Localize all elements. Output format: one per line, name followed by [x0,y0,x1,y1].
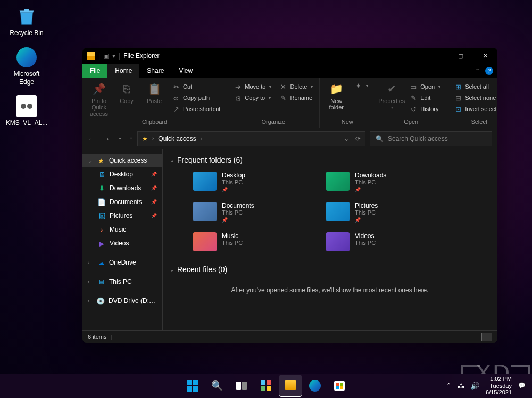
sidebar-onedrive[interactable]: ›☁OneDrive [82,256,162,269]
group-select-label: Select [451,118,497,126]
copy-path-button[interactable]: ∞Copy path [169,92,223,103]
file-explorer-taskbar-button[interactable] [279,375,302,397]
folder-icon [193,202,217,221]
search-icon: 🔍 [376,135,384,142]
properties-icon: ✔ [384,81,400,96]
view-details-button[interactable] [468,333,478,341]
open-button[interactable]: ▭Open▾ [406,81,444,92]
system-tray[interactable]: 🖧 🔊 [458,382,479,390]
copyto-icon: ⎘ [234,94,242,102]
sidebar-pictures[interactable]: 🖼Pictures📌 [82,209,162,223]
folder-videos[interactable]: Videos This PC [324,230,441,253]
desktop-icon-kms[interactable]: KMS_VL_AL... [6,95,47,126]
folder-downloads[interactable]: Downloads This PC 📌 [324,170,441,194]
task-view-button[interactable] [230,375,253,397]
nav-recent-button[interactable]: ⌄ [118,134,122,143]
start-button[interactable] [181,375,204,397]
volume-icon[interactable]: 🔊 [470,382,479,390]
folder-location: This PC [222,209,254,216]
history-button[interactable]: ↺History [406,104,444,114]
edge-taskbar-button[interactable] [304,375,326,397]
view-large-button[interactable] [481,333,492,341]
tab-view[interactable]: View [171,64,200,78]
sidebar-quick-access[interactable]: ⌄★Quick access [82,154,162,167]
tab-share[interactable]: Share [139,64,171,78]
folder-name: Music [222,232,243,240]
nav-forward-button[interactable]: → [103,134,110,143]
breadcrumb-dropdown-icon[interactable]: ⌄ [344,135,349,142]
tab-home[interactable]: Home [107,64,139,78]
folder-pictures[interactable]: Pictures This PC 📌 [324,200,441,225]
folder-icon [87,52,95,60]
search-input[interactable]: 🔍 Search Quick access [370,131,492,146]
edit-button[interactable]: ✎Edit [406,92,444,103]
group-new-label: New [323,118,371,126]
group-clipboard-label: Clipboard [86,118,223,126]
new-item-button[interactable]: ✦▾ [351,80,371,91]
paste-shortcut-button[interactable]: ↗Paste shortcut [169,104,223,114]
search-button[interactable]: 🔍 [206,375,228,397]
network-icon[interactable]: 🖧 [458,382,465,390]
sidebar-dvd[interactable]: ›💿DVD Drive (D:) CC [82,294,162,308]
cut-button[interactable]: ✂Cut [169,81,223,92]
folder-icon [193,232,217,251]
copy-button[interactable]: ⎘Copy [113,79,140,104]
paste-button[interactable]: 📋Paste [141,79,168,104]
maximize-button[interactable]: ▢ [448,48,473,64]
select-none-button[interactable]: ⊟Select none [451,92,497,103]
invert-selection-button[interactable]: ⊡Invert selection [451,104,497,114]
tray-chevron-icon[interactable]: ⌃ [446,382,451,389]
move-to-button[interactable]: ➔Move to▾ [230,81,275,92]
edit-icon: ✎ [409,94,418,102]
breadcrumb[interactable]: ★ › Quick access › ⌄⟳ [137,131,365,146]
sidebar-downloads[interactable]: ⬇Downloads📌 [82,181,162,195]
folder-music[interactable]: Music This PC [191,230,308,253]
sidebar-thispc[interactable]: ›🖥This PC [82,275,162,289]
help-icon[interactable]: ? [485,67,493,75]
copy-to-button[interactable]: ⎘Copy to▾ [230,92,275,103]
refresh-icon[interactable]: ⟳ [355,135,361,142]
folder-documents[interactable]: Documents This PC 📌 [191,200,308,225]
desktop-icon-edge[interactable]: Microsoft Edge [6,46,47,86]
clock[interactable]: 1:02 PM Tuesday 6/15/2021 [486,376,512,396]
group-open-label: Open [378,118,444,126]
sidebar-videos[interactable]: ▶Videos [82,236,162,250]
pin-to-quick-access-button[interactable]: 📌Pin to Quick access [86,79,112,117]
pin-icon: 📌 [355,187,386,192]
svg-rect-4 [193,386,198,392]
desktop-icon-recycle-bin[interactable]: Recycle Bin [6,5,47,37]
notification-icon[interactable]: 💬 [518,382,526,389]
selectall-icon: ⊞ [454,82,462,91]
svg-rect-1 [187,380,192,385]
select-all-button[interactable]: ⊞Select all [451,81,497,92]
folder-desktop[interactable]: Desktop This PC 📌 [191,170,308,194]
widgets-button[interactable] [255,375,277,397]
svg-rect-7 [261,380,265,385]
disc-icon: 💿 [96,297,105,305]
collapse-ribbon-icon[interactable]: ⌃ [475,67,480,74]
svg-rect-10 [267,386,271,391]
minimize-button[interactable]: ─ [424,48,448,64]
sidebar-documents[interactable]: 📄Documents📌 [82,195,162,209]
sidebar-desktop[interactable]: 🖥Desktop📌 [82,167,162,181]
frequent-folders-header[interactable]: ⌄Frequent folders (6) [170,156,490,164]
close-button[interactable]: ✕ [473,48,497,64]
titlebar[interactable]: | ▣ ▾ | File Explorer ─ ▢ ✕ [82,48,497,64]
tab-file[interactable]: File [82,64,107,78]
rename-button[interactable]: ✎Rename [276,92,316,103]
pin-icon: 📌 [151,172,157,177]
nav-back-button[interactable]: ← [88,134,95,143]
store-taskbar-button[interactable] [328,375,351,397]
folder-location: This PC [355,240,376,246]
recent-files-header[interactable]: ⌄Recent files (0) [170,265,490,274]
pin-icon: 📌 [355,217,378,223]
sidebar-music[interactable]: ♪Music [82,223,162,236]
new-folder-button[interactable]: 📁New folder [323,79,350,111]
properties-button[interactable]: ✔Properties▾ [378,79,405,111]
nav-up-button[interactable]: ↑ [129,134,133,143]
pin-icon: 📌 [222,187,245,192]
sidebar: ⌄★Quick access 🖥Desktop📌 ⬇Downloads📌 📄Do… [82,149,162,330]
delete-button[interactable]: ✕Delete▾ [276,81,316,92]
ribbon-tabs: File Home Share View ⌃ ? [82,64,497,78]
folder-name: Pictures [355,202,378,209]
